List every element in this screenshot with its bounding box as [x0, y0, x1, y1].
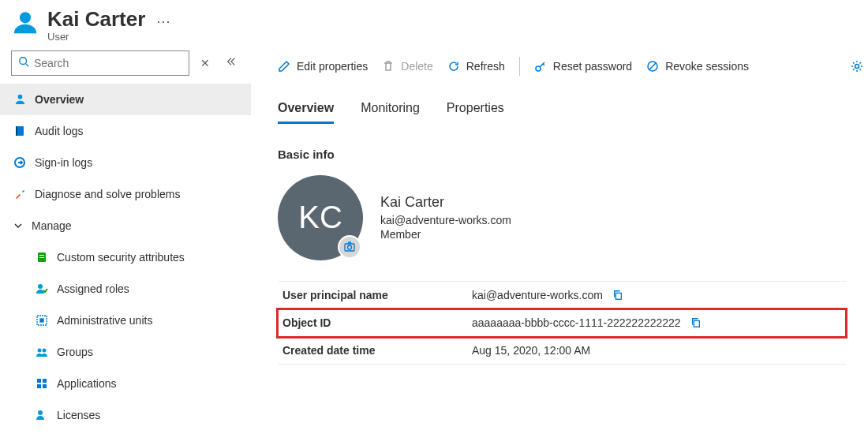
sidebar-item-label: Groups	[57, 346, 93, 358]
sidebar-item-label: Licenses	[57, 409, 100, 421]
sidebar-item-label: Audit logs	[35, 125, 83, 137]
object-id-label: Object ID	[282, 316, 472, 329]
command-bar: Edit properties Delete Refresh	[278, 47, 868, 85]
sidebar-item-diagnose[interactable]: Diagnose and solve problems	[0, 178, 251, 210]
refresh-button[interactable]: Refresh	[447, 60, 505, 73]
page-subtitle: User	[47, 31, 145, 43]
profile-email: kai@adventure-works.com	[380, 214, 511, 226]
revoke-sessions-button[interactable]: Revoke sessions	[646, 60, 749, 73]
block-icon	[646, 60, 659, 73]
tab-properties[interactable]: Properties	[447, 101, 504, 124]
settings-button[interactable]	[851, 60, 863, 73]
row-created: Created date time Aug 15, 2020, 12:00 AM	[278, 337, 846, 365]
svg-point-19	[38, 410, 43, 415]
sidebar-item-groups[interactable]: Groups	[0, 336, 251, 368]
tab-monitoring[interactable]: Monitoring	[361, 101, 420, 124]
svg-rect-26	[615, 293, 621, 299]
svg-point-23	[855, 64, 859, 68]
search-icon	[18, 56, 29, 69]
svg-point-10	[38, 284, 43, 289]
upn-label: User principal name	[282, 289, 472, 301]
svg-line-2	[26, 64, 29, 67]
copy-upn-button[interactable]	[612, 290, 623, 301]
cmd-label: Revoke sessions	[665, 60, 749, 73]
svg-rect-12	[40, 319, 43, 322]
cmd-label: Reset password	[553, 60, 632, 73]
sidebar-item-label: Sign-in logs	[35, 156, 92, 169]
sidebar-item-licenses[interactable]: Licenses	[0, 399, 251, 431]
profile-initials: KC	[298, 200, 342, 235]
svg-rect-8	[39, 255, 44, 256]
sidebar-item-overview[interactable]: Overview	[0, 84, 251, 115]
sidebar-item-label: Custom security attributes	[57, 251, 185, 264]
page-title: Kai Carter	[47, 8, 145, 31]
document-icon	[35, 250, 49, 264]
profile-avatar: KC	[278, 175, 363, 260]
sidebar-item-label: Diagnose and solve problems	[35, 188, 180, 200]
key-icon	[534, 60, 547, 73]
sidebar-item-label: Applications	[57, 377, 117, 390]
book-icon	[13, 124, 27, 138]
profile-block: KC Kai Carter kai@adventure-works.com Me…	[278, 175, 868, 260]
sidebar-item-label: Administrative units	[57, 314, 152, 327]
sidebar-item-manage[interactable]: Manage	[0, 210, 251, 241]
user-check-icon	[35, 282, 49, 296]
user-icon	[13, 92, 27, 107]
signin-icon	[13, 155, 27, 170]
object-id-value: aaaaaaaa-bbbb-cccc-1111-222222222222	[472, 316, 681, 329]
created-label: Created date time	[282, 344, 472, 357]
svg-rect-15	[37, 379, 41, 383]
more-menu-button[interactable]: ⋯	[153, 8, 174, 35]
sidebar-item-applications[interactable]: Applications	[0, 368, 251, 399]
org-icon	[35, 313, 49, 327]
svg-point-3	[17, 95, 22, 99]
chevron-down-icon	[13, 221, 24, 230]
page-header: Kai Carter User ⋯	[0, 0, 868, 47]
reset-password-button[interactable]: Reset password	[534, 60, 632, 73]
sidebar-item-label: Assigned roles	[57, 282, 129, 295]
sidebar-item-audit-logs[interactable]: Audit logs	[0, 115, 251, 147]
delete-button: Delete	[382, 60, 432, 73]
sidebar-item-custom-security[interactable]: Custom security attributes	[0, 241, 251, 273]
license-icon	[35, 408, 49, 422]
people-icon	[35, 345, 49, 359]
grid-icon	[35, 376, 49, 391]
tab-bar: Overview Monitoring Properties	[278, 101, 868, 124]
search-clear-button[interactable]: ✕	[196, 52, 215, 74]
wrench-icon	[13, 187, 27, 201]
edit-properties-button[interactable]: Edit properties	[278, 60, 368, 73]
sidebar-item-signin-logs[interactable]: Sign-in logs	[0, 147, 251, 178]
properties-table: User principal name kai@adventure-works.…	[278, 281, 846, 365]
svg-line-22	[649, 63, 656, 69]
row-object-id: Object ID aaaaaaaa-bbbb-cccc-1111-222222…	[278, 309, 846, 337]
user-avatar-icon	[11, 8, 39, 36]
svg-rect-27	[694, 320, 699, 327]
separator	[519, 57, 520, 76]
sidebar-item-assigned-roles[interactable]: Assigned roles	[0, 273, 251, 305]
svg-point-25	[348, 245, 352, 249]
search-input[interactable]	[34, 57, 182, 69]
sidebar-item-label: Manage	[32, 219, 72, 232]
svg-rect-5	[16, 126, 17, 136]
upn-value: kai@adventure-works.com	[472, 289, 603, 301]
row-upn: User principal name kai@adventure-works.…	[278, 281, 846, 309]
created-value: Aug 15, 2020, 12:00 AM	[472, 344, 590, 357]
trash-icon	[382, 60, 395, 73]
sidebar-item-admin-units[interactable]: Administrative units	[0, 305, 251, 336]
copy-object-id-button[interactable]	[690, 317, 702, 328]
profile-name: Kai Carter	[380, 194, 511, 211]
profile-member-type: Member	[380, 228, 511, 241]
collapse-sidebar-button[interactable]	[221, 51, 241, 74]
svg-point-13	[38, 348, 42, 352]
tab-overview[interactable]: Overview	[278, 101, 334, 124]
basic-info-heading: Basic info	[278, 148, 868, 161]
svg-rect-16	[43, 379, 47, 383]
svg-point-14	[43, 348, 47, 352]
svg-rect-17	[37, 384, 41, 388]
refresh-icon	[447, 60, 460, 73]
sidebar-search[interactable]	[11, 51, 189, 76]
svg-point-0	[20, 12, 31, 23]
change-photo-button[interactable]	[338, 235, 361, 259]
cmd-label: Refresh	[466, 60, 505, 73]
main-content: Edit properties Delete Refresh	[251, 47, 868, 434]
